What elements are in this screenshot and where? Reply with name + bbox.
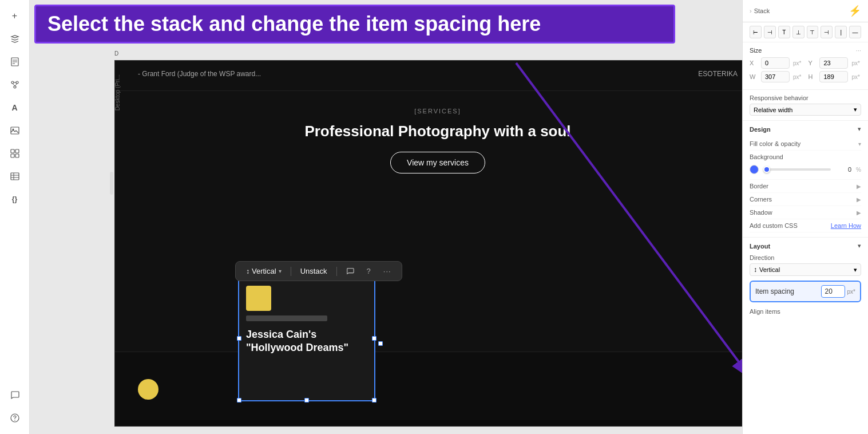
canvas-resize-handle[interactable]	[110, 172, 113, 195]
align-left-btn[interactable]: ⊢	[750, 26, 762, 38]
connect-icon[interactable]	[6, 76, 24, 94]
grant-ford-text: - Grant Ford (Judge of the WSP award...	[138, 70, 261, 78]
rs-shadow-label: Shadow	[750, 209, 772, 216]
esoterika-text: ESOTERIKA	[698, 70, 738, 78]
stack-toolbar[interactable]: ↕ Vertical ▾ Unstack ? ···	[235, 261, 402, 281]
distribute-v-btn[interactable]: —	[849, 26, 861, 38]
align-bottom-btn[interactable]: ⊣	[821, 26, 833, 38]
rs-bg-value[interactable]	[835, 166, 851, 173]
canvas-frame[interactable]: - Grant Ford (Judge of the WSP award... …	[114, 60, 742, 427]
align-right-btn[interactable]: T	[778, 26, 790, 38]
svg-point-21	[14, 420, 15, 421]
plus-icon[interactable]: +	[6, 7, 24, 25]
align-center-v-btn[interactable]: ⊤	[807, 26, 819, 38]
image-icon[interactable]	[6, 121, 24, 140]
svg-point-5	[16, 81, 18, 84]
rs-layout-arrow[interactable]: ▾	[858, 242, 861, 250]
rs-lightning-icon[interactable]: ⚡	[849, 5, 861, 17]
right-sidebar: › Stack ⚡ ⊢ ⊣ T ⊥ ⊤ ⊣ | — Size ··· X px*…	[742, 0, 868, 434]
frame-label: D	[114, 50, 118, 57]
help-toolbar-icon[interactable]: ?	[363, 265, 374, 277]
rs-x-label: X	[750, 60, 758, 66]
rs-w-input[interactable]	[761, 71, 790, 82]
yellow-dot-bottom	[138, 379, 158, 400]
handle-ml[interactable]	[237, 336, 241, 341]
rs-border-row[interactable]: Border ▶	[750, 180, 861, 193]
handle-extra-right[interactable]	[378, 341, 383, 346]
rs-shadow-row[interactable]: Shadow ▶	[750, 206, 861, 219]
layers-icon[interactable]	[6, 30, 24, 48]
rs-item-spacing-label: Item spacing	[755, 287, 794, 295]
rs-custom-css-row: Add custom CSS Learn How	[750, 219, 861, 232]
rs-responsive-title: Responsive behavior	[750, 94, 861, 101]
toolbar-divider-1	[291, 267, 291, 276]
comment-toolbar-icon[interactable]	[343, 266, 358, 277]
direction-selector[interactable]: ↕ Vertical ▾	[243, 265, 285, 277]
rs-size-more[interactable]: ···	[856, 47, 861, 54]
canvas-area: Select the stack and change the item spa…	[30, 0, 742, 434]
rs-h-label: H	[808, 73, 816, 80]
rs-corners-row[interactable]: Corners ▶	[750, 193, 861, 206]
rs-x-input[interactable]	[761, 57, 790, 69]
table-icon[interactable]	[6, 167, 24, 186]
rs-design-section: Design ▾ Fill color & opacity ▾ Backgrou…	[743, 121, 868, 238]
rs-h-unit: px*	[851, 74, 859, 80]
rs-direction-dropdown[interactable]: ↕ Vertical ▾	[750, 263, 861, 276]
grid-icon[interactable]	[6, 144, 24, 163]
services-button[interactable]: View my services	[390, 152, 485, 173]
rs-h-input[interactable]	[819, 71, 848, 82]
rs-bg-slider[interactable]	[763, 168, 831, 171]
rs-y-input[interactable]	[819, 57, 848, 69]
rs-x-unit: px*	[793, 60, 801, 66]
help-icon[interactable]	[6, 409, 24, 427]
rs-size-section: Size ··· X px* Y px* W px* H px*	[743, 42, 868, 90]
page-icon[interactable]	[6, 53, 24, 71]
typography-icon[interactable]: A	[6, 98, 24, 117]
rs-bg-pct: %	[856, 167, 861, 173]
rs-bg-swatch[interactable]	[750, 165, 759, 174]
rs-align-items-row: Align items	[750, 306, 861, 317]
align-center-h-btn[interactable]: ⊣	[764, 26, 776, 38]
rs-corners-label: Corners	[750, 196, 772, 203]
rs-bg-slider-thumb[interactable]	[763, 166, 770, 173]
rs-responsive-dropdown[interactable]: Relative width ▾	[750, 104, 861, 116]
rs-w-unit: px*	[793, 74, 801, 80]
rs-align-items-label: Align items	[750, 308, 780, 315]
stack-element[interactable]: Stack Jessica Cain's "Hollywood Drea	[238, 275, 375, 401]
align-top-btn[interactable]: ⊥	[792, 26, 804, 38]
handle-bl[interactable]	[237, 398, 241, 403]
comment-icon[interactable]	[6, 386, 24, 404]
svg-point-6	[14, 86, 16, 88]
rs-bg-label: Background	[750, 153, 861, 160]
handle-mr[interactable]	[372, 336, 376, 341]
rs-border-arrow: ▶	[857, 183, 861, 190]
rs-design-title: Design	[750, 126, 771, 133]
stack-subtitle-bar	[246, 315, 327, 321]
distribute-btn[interactable]: |	[835, 26, 847, 38]
annotation-text: Select the stack and change the item spa…	[47, 12, 662, 36]
left-sidebar: + A {}	[0, 0, 30, 434]
svg-rect-16	[11, 173, 19, 180]
svg-rect-15	[15, 154, 19, 157]
handle-br[interactable]	[372, 398, 376, 403]
handle-bc[interactable]	[304, 398, 309, 403]
rs-learn-how-link[interactable]: Learn How	[831, 222, 861, 229]
more-toolbar-icon[interactable]: ···	[380, 265, 395, 277]
rs-custom-css-label: Add custom CSS	[750, 222, 798, 229]
rs-corners-arrow: ▶	[857, 196, 861, 203]
rs-layout-title: Layout	[750, 243, 770, 250]
toolbar-divider-2	[336, 267, 337, 276]
annotation-banner: Select the stack and change the item spa…	[34, 5, 675, 44]
rs-item-spacing-input[interactable]	[821, 285, 845, 298]
rs-y-label: Y	[808, 60, 816, 66]
desktop-label: Desktop (Pri...	[114, 74, 121, 111]
svg-rect-13	[15, 149, 19, 153]
rs-direction-value: Vertical	[759, 266, 780, 273]
rs-fill-color-row[interactable]: Fill color & opacity ▾	[750, 137, 861, 151]
code-icon[interactable]: {}	[6, 190, 24, 208]
unstack-button[interactable]: Unstack	[297, 265, 331, 277]
stack-title-text: Jessica Cain's "Hollywood Dreams"	[239, 326, 374, 357]
rs-design-arrow[interactable]: ▾	[858, 125, 861, 133]
rs-direction-dropdown-icon: ↕	[754, 266, 757, 274]
rs-breadcrumb: › Stack	[750, 7, 770, 14]
